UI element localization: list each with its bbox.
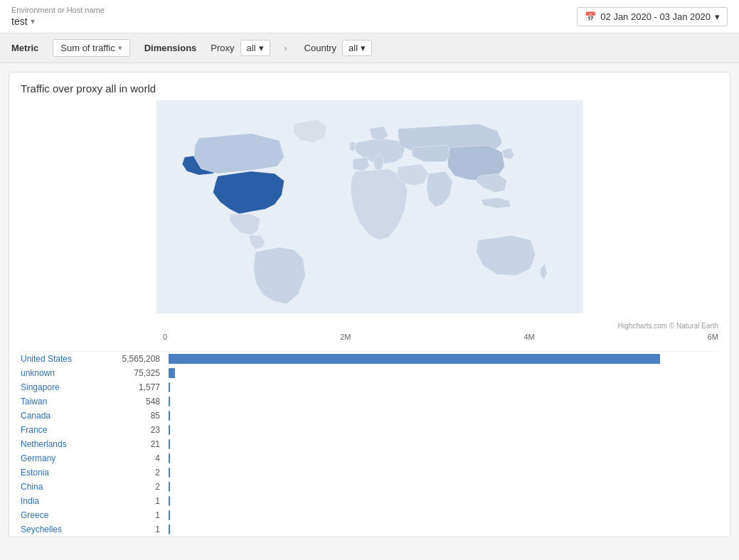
country-cell: Estonia xyxy=(21,465,113,480)
bar-fill xyxy=(169,354,660,364)
country-link[interactable]: Netherlands xyxy=(21,439,67,449)
country-select[interactable]: all ▾ xyxy=(342,40,372,56)
bar-fill xyxy=(169,482,170,492)
bar-cell xyxy=(163,465,718,480)
bar-fill xyxy=(169,439,170,449)
data-table: United States 5,565,208 unknown 75,325 S… xyxy=(21,352,718,537)
bar-cell xyxy=(163,352,718,366)
proxy-label: Proxy xyxy=(211,43,234,53)
bar-fill xyxy=(169,524,170,534)
bar-fill xyxy=(169,425,170,435)
bar-cell xyxy=(163,451,718,465)
env-select[interactable]: test ▾ xyxy=(11,16,105,27)
bar-fill xyxy=(169,510,170,520)
table-row: Germany 4 xyxy=(21,451,718,465)
bar-track xyxy=(169,453,702,463)
date-picker[interactable]: 📅 02 Jan 2020 - 03 Jan 2020 ▾ xyxy=(577,7,728,26)
bar-cell xyxy=(163,437,718,451)
dimensions-label: Dimensions xyxy=(144,43,197,53)
country-link[interactable]: China xyxy=(21,482,43,492)
calendar-icon: 📅 xyxy=(585,11,596,22)
date-range: 02 Jan 2020 - 03 Jan 2020 xyxy=(600,11,711,22)
country-cell: Canada xyxy=(21,409,113,423)
bar-cell xyxy=(163,409,718,423)
x-axis-2m: 2M xyxy=(340,333,351,341)
bar-cell xyxy=(163,394,718,409)
x-axis-4m: 4M xyxy=(523,333,534,341)
country-cell: Taiwan xyxy=(21,394,113,409)
country-value: all xyxy=(349,43,358,53)
bar-track xyxy=(169,468,702,478)
bar-cell xyxy=(163,366,718,380)
country-link[interactable]: Germany xyxy=(21,453,55,463)
metric-arrow-icon: ▾ xyxy=(118,43,122,53)
metric-label: Metric xyxy=(11,43,38,53)
country-group: Country all ▾ xyxy=(304,40,373,56)
bar-track xyxy=(169,496,702,506)
value-cell: 548 xyxy=(113,394,163,409)
country-link[interactable]: United States xyxy=(21,354,72,364)
bar-fill xyxy=(169,382,170,392)
country-link[interactable]: France xyxy=(21,425,47,435)
table-row: France 23 xyxy=(21,423,718,437)
country-link[interactable]: Singapore xyxy=(21,382,60,392)
bar-cell xyxy=(163,494,718,508)
country-link[interactable]: unknown xyxy=(21,368,55,378)
bar-track xyxy=(169,411,702,421)
metric-bar: Metric Sum of traffic ▾ Dimensions Proxy… xyxy=(0,33,739,63)
x-axis-0: 0 xyxy=(163,333,167,341)
country-link[interactable]: Taiwan xyxy=(21,397,47,406)
table-row: Singapore 1,577 xyxy=(21,380,718,394)
proxy-group: Proxy all ▾ xyxy=(211,40,270,56)
date-arrow-icon: ▾ xyxy=(715,11,720,22)
bar-fill xyxy=(169,368,175,378)
x-axis: 0 2M 4M 6M xyxy=(21,333,718,345)
country-cell: United States xyxy=(21,352,113,366)
bar-track xyxy=(169,524,702,534)
value-cell: 1 xyxy=(113,508,163,522)
value-cell: 4 xyxy=(113,451,163,465)
bar-track xyxy=(169,397,702,406)
bar-cell xyxy=(163,423,718,437)
bar-cell xyxy=(163,480,718,494)
table-row: Netherlands 21 xyxy=(21,437,718,451)
value-cell: 1 xyxy=(113,522,163,537)
value-cell: 2 xyxy=(113,480,163,494)
value-cell: 1 xyxy=(113,494,163,508)
chevron-right-icon: › xyxy=(285,43,287,53)
bar-track xyxy=(169,354,702,364)
card-title: Traffic over proxy all in world xyxy=(9,72,730,100)
country-cell: China xyxy=(21,480,113,494)
bar-cell xyxy=(163,380,718,394)
country-cell: Seychelles xyxy=(21,522,113,537)
map-attribution: Highcharts.com © Natural Earth xyxy=(9,321,730,333)
country-label: Country xyxy=(304,43,337,53)
country-link[interactable]: India xyxy=(21,496,39,506)
country-cell: Germany xyxy=(21,451,113,465)
proxy-select[interactable]: all ▾ xyxy=(240,40,270,56)
table-row: unknown 75,325 xyxy=(21,366,718,380)
table-row: Estonia 2 xyxy=(21,465,718,480)
top-bar: Environment or Host name test ▾ 📅 02 Jan… xyxy=(0,0,739,33)
proxy-value: all xyxy=(247,43,256,53)
env-value: test xyxy=(11,16,28,27)
bar-track xyxy=(169,510,702,520)
country-cell: Singapore xyxy=(21,380,113,394)
value-cell: 23 xyxy=(113,423,163,437)
country-arrow-icon: ▾ xyxy=(361,43,366,53)
bar-fill xyxy=(169,496,170,506)
bar-cell xyxy=(163,522,718,537)
value-cell: 2 xyxy=(113,465,163,480)
country-cell: India xyxy=(21,494,113,508)
metric-dropdown[interactable]: Sum of traffic ▾ xyxy=(53,39,129,57)
data-table-wrapper[interactable]: United States 5,565,208 unknown 75,325 S… xyxy=(9,352,730,537)
country-link[interactable]: Estonia xyxy=(21,468,49,478)
country-cell: Greece xyxy=(21,508,113,522)
country-link[interactable]: Seychelles xyxy=(21,524,62,534)
bar-fill xyxy=(169,397,170,406)
bar-fill xyxy=(169,411,170,421)
country-link[interactable]: Greece xyxy=(21,510,48,520)
bar-track xyxy=(169,439,702,449)
country-link[interactable]: Canada xyxy=(21,411,50,421)
bar-fill xyxy=(169,453,170,463)
